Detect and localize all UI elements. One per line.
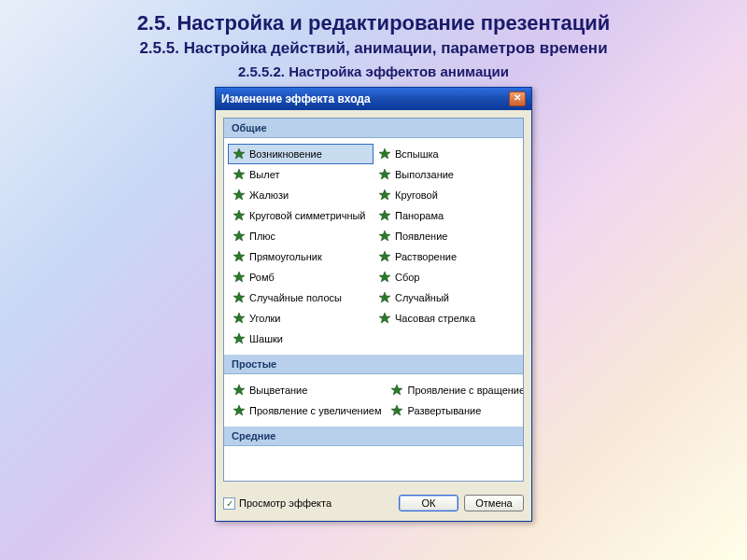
effect-item[interactable]: Прямоугольник [228, 246, 374, 267]
effect-item[interactable]: Круговой [374, 185, 519, 205]
svg-marker-3 [379, 169, 390, 179]
svg-marker-5 [379, 189, 390, 200]
effect-label: Круговой симметричный [249, 210, 366, 221]
effect-item[interactable]: Уголки [228, 308, 374, 329]
star-icon [233, 271, 246, 284]
group-header: Общие [224, 119, 523, 138]
star-icon [390, 384, 403, 397]
svg-marker-10 [233, 251, 245, 261]
star-icon [233, 404, 246, 417]
effect-label: Сбор [395, 272, 419, 283]
star-icon [390, 404, 403, 417]
star-icon [233, 230, 246, 243]
svg-marker-20 [391, 385, 402, 395]
effect-item[interactable]: Возникновение [228, 144, 374, 164]
svg-marker-14 [233, 292, 245, 302]
effect-label: Вспышка [395, 148, 439, 160]
star-icon [233, 312, 246, 325]
slide-subtitle-1: 2.5.5. Настройка действий, анимации, пар… [0, 39, 747, 58]
dialog-footer: ✓ Просмотр эффекта ОК Отмена [216, 489, 531, 521]
svg-marker-8 [233, 231, 245, 241]
effect-item[interactable]: Выцветание [228, 380, 386, 400]
effect-item[interactable]: Случайные полосы [228, 287, 374, 308]
svg-marker-21 [233, 405, 245, 415]
effect-label: Появление [395, 231, 447, 242]
group-header: Средние [224, 427, 523, 446]
svg-marker-7 [379, 210, 390, 220]
svg-marker-2 [233, 169, 245, 179]
effect-item[interactable]: Круговой симметричный [228, 205, 374, 226]
effect-item[interactable]: Часовая стрелка [374, 308, 519, 329]
cancel-button[interactable]: Отмена [464, 495, 524, 511]
effect-item[interactable]: Проявление с увеличением [228, 400, 386, 421]
effect-item[interactable]: Растворение [374, 246, 519, 267]
svg-marker-11 [379, 251, 390, 261]
star-icon [233, 291, 246, 304]
svg-marker-13 [379, 272, 390, 282]
svg-marker-17 [379, 313, 390, 323]
effect-label: Часовая стрелка [395, 313, 475, 324]
effects-grid: Возникновение Вспышка Вылет Выползание Ж… [224, 138, 523, 355]
star-icon [233, 209, 246, 222]
effect-item[interactable]: Ромб [228, 267, 374, 287]
star-icon [378, 250, 391, 263]
effects-grid: Выцветание Проявление с вращением Проявл… [224, 374, 523, 427]
effect-label: Растворение [395, 251, 457, 262]
effect-label: Шашки [249, 333, 283, 344]
ok-button[interactable]: ОК [399, 495, 458, 511]
star-icon [378, 291, 391, 304]
svg-marker-12 [233, 272, 245, 282]
svg-marker-19 [233, 385, 245, 395]
close-button[interactable]: ✕ [509, 91, 526, 106]
effect-item[interactable]: Жалюзи [228, 185, 374, 205]
effect-item[interactable]: Появление [374, 226, 519, 246]
effects-listbox[interactable]: Общие Возникновение Вспышка Вылет Выполз… [223, 118, 524, 482]
effect-item[interactable]: Вспышка [374, 144, 519, 164]
effect-item[interactable]: Случайный [374, 287, 519, 308]
dialog-title: Изменение эффекта входа [221, 92, 371, 105]
dialog-titlebar[interactable]: Изменение эффекта входа ✕ [216, 88, 531, 110]
star-icon [233, 147, 246, 161]
preview-checkbox-wrap[interactable]: ✓ Просмотр эффекта [223, 497, 393, 510]
svg-marker-1 [379, 148, 390, 159]
effect-item[interactable]: Сбор [374, 267, 519, 287]
star-icon [233, 250, 246, 263]
star-icon [233, 189, 246, 202]
effect-label: Случайные полосы [249, 292, 342, 303]
svg-marker-9 [379, 231, 390, 241]
effect-label: Проявление с увеличением [249, 405, 381, 416]
effect-label: Возникновение [249, 148, 322, 160]
star-icon [378, 168, 391, 181]
star-icon [233, 384, 246, 397]
effect-label: Уголки [249, 313, 281, 324]
group-header: Простые [224, 355, 523, 374]
svg-marker-16 [233, 313, 245, 323]
svg-marker-15 [379, 292, 390, 302]
svg-marker-0 [233, 148, 245, 159]
effect-item[interactable]: Панорама [374, 205, 519, 226]
effect-item[interactable]: Плюс [228, 226, 374, 246]
effect-label: Случайный [395, 292, 449, 303]
star-icon [378, 271, 391, 284]
effect-label: Ромб [249, 272, 275, 283]
effect-label: Вылет [249, 169, 279, 180]
preview-checkbox[interactable]: ✓ [223, 497, 235, 510]
effect-label: Выползание [395, 169, 454, 180]
effect-item[interactable]: Развертывание [386, 400, 524, 421]
effect-item[interactable]: Выползание [374, 164, 519, 185]
star-icon [378, 312, 391, 325]
star-icon [378, 147, 391, 161]
effect-label: Выцветание [249, 385, 307, 396]
effect-label: Круговой [395, 189, 438, 201]
effect-label: Проявление с вращением [407, 385, 524, 396]
star-icon [233, 332, 246, 345]
effect-label: Прямоугольник [249, 251, 322, 262]
effect-dialog: Изменение эффекта входа ✕ Общие Возникно… [215, 87, 532, 522]
effect-label: Жалюзи [249, 189, 289, 201]
effect-item[interactable]: Проявление с вращением [386, 380, 524, 400]
svg-marker-6 [233, 210, 245, 220]
effect-item[interactable]: Шашки [228, 329, 374, 349]
effect-item[interactable]: Вылет [228, 164, 374, 185]
effect-label: Панорама [395, 210, 444, 221]
star-icon [233, 168, 246, 181]
